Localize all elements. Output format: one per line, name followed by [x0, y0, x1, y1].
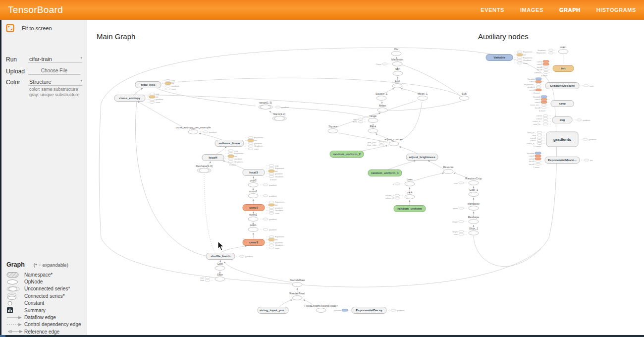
graph-edge [134, 88, 143, 95]
graph-node-cross_entropy_per_example[interactable]: cross_entropy_per_examplegradient [176, 126, 217, 134]
svg-text:save: save [171, 88, 176, 90]
graph-node-random_uniform[interactable]: random_uniform [394, 206, 426, 212]
nav-histograms[interactable]: HISTOGRAMS [596, 7, 636, 13]
graph-node-variable[interactable]: VariableExponent...initExponent...Gradie… [486, 51, 534, 64]
fit-to-screen-button[interactable]: Fit to screen [6, 24, 52, 32]
graph-node-rank[interactable]: Rank [368, 125, 378, 133]
graph-node-main-op[interactable]: mainGradient...Exponent... [537, 46, 568, 54]
graph-node-cast_1[interactable]: Cast_1 [469, 188, 479, 196]
graph-edge [161, 78, 460, 96]
svg-text:conv2: conv2 [531, 139, 537, 142]
graph-node-less[interactable]: Lessy [393, 178, 415, 186]
graph-node-conv2[interactable]: conv2Exponent...initgradientGradient...s… [243, 201, 286, 214]
graph-node-cross_entropy[interactable]: cross_entropyavginitgradientsave [114, 93, 163, 104]
graph-node-square[interactable]: Square [328, 125, 338, 133]
svg-text:save: save [275, 247, 280, 249]
svg-text:gradient: gradient [156, 98, 163, 101]
choose-file-button[interactable]: Choose File [28, 67, 80, 75]
svg-text:limit: limit [200, 279, 204, 281]
graph-node-pool1[interactable]: pool1gradient [248, 224, 277, 231]
svg-text:delta: delta [353, 120, 358, 123]
svg-text:total_lo...: total_lo... [534, 123, 542, 125]
graph-node-maximum[interactable]: MaximumConst [376, 58, 404, 66]
nav-events[interactable]: EVENTS [481, 7, 504, 13]
graph-node-sqrt[interactable]: Sqrt [393, 67, 403, 75]
svg-text:gradient: gradient [254, 142, 262, 145]
graph-node-exponentialmovin[interactable]: ExponentialMovin...Variableconv1conv2loc… [527, 152, 593, 168]
graph-node-sub[interactable]: Sub [459, 92, 469, 100]
legend-item-reference-edge: Reference edge [6, 328, 85, 335]
svg-text:gradient: gradient [245, 255, 253, 258]
run-value: cifar-train [29, 56, 52, 62]
nav-images[interactable]: IMAGES [520, 7, 543, 13]
graph-node-shuffle_batch[interactable]: shuffle_batchgradient [206, 253, 253, 260]
graph-node-div[interactable]: Div [391, 48, 401, 56]
svg-text:save: save [523, 62, 528, 64]
svg-text:Exponent...: Exponent... [254, 136, 265, 139]
svg-text:local3: local3 [537, 66, 543, 68]
graph-node-conv1[interactable]: conv1Exponent...initgradientGradient...s… [243, 235, 286, 249]
graph-node-save[interactable]: saveVariableconv1conv2cross_en...local33… [530, 96, 574, 112]
graph-node-readerread[interactable]: ReaderRead [289, 292, 305, 300]
graph-node-gradientdescent[interactable]: GradientDescentVariableconv1Exponent...g… [524, 78, 594, 94]
chevron-down-icon: ▾ [80, 79, 82, 83]
color-select[interactable]: Structure ▾ [28, 78, 82, 86]
graph-node-transpose[interactable]: transposeperm [453, 202, 480, 210]
graph-node-local3[interactable]: local3avgExponent...initgradientGradient… [243, 165, 286, 181]
svg-text:cross_en...: cross_en... [530, 104, 540, 106]
graph-node-mean[interactable]: Mean [377, 104, 387, 112]
svg-text:Reshape: Reshape [468, 216, 479, 219]
graph-node-avg[interactable]: avgconv1conv2cross_e...total_lo...gradie… [533, 114, 590, 125]
graph-node-gradients[interactable]: gradientstotal_lo...avgconv1conv2cross_e… [527, 131, 596, 148]
graph-node-reverse[interactable]: Reverse [443, 166, 454, 173]
graph-node-fixedlengthrecordreader[interactable]: FixedLengthRecordReader [304, 304, 337, 312]
graph-node-random_uniform_2[interactable]: random_uniform_2 [330, 151, 364, 158]
graph-node-local4[interactable]: local4avgExponent...initgradientGradient… [202, 150, 245, 166]
graph-edge [474, 236, 541, 267]
graph-node-random_uniform_1[interactable]: random_uniform_1 [368, 170, 402, 176]
graph-node-adjust_brightness[interactable]: adjust_brightness [406, 154, 438, 161]
svg-text:pool2: pool2 [250, 179, 257, 182]
graph-node-exponentialdecay[interactable]: ExponentialDecayVariablegradient [334, 307, 405, 314]
graph-node-adjust_contrast[interactable]: adjust_contrastmin_valu...max_valu... [367, 138, 403, 146]
svg-text:ReaderRead: ReaderRead [289, 292, 305, 295]
graph-node-cast[interactable]: Cast [215, 262, 225, 270]
svg-text:Rank[1-2]: Rank[1-2] [273, 112, 286, 115]
graph-node-slice_1[interactable]: Slice_1beginsize [452, 227, 479, 235]
graph-node-reshape-1-3[interactable]: Reshape[1-3] [196, 165, 213, 172]
legend-item-control-edge: Control dependency edge [6, 321, 85, 328]
graph-node-string_input[interactable]: string_input_pro... [258, 307, 288, 314]
graph-node-range-1-3[interactable]: range[1-3]gradient [259, 101, 289, 109]
legend-item-opnode: OpNode [6, 278, 85, 285]
run-select[interactable]: cifar-train ▾ [28, 56, 82, 63]
graph-node-mean_1[interactable]: Mean_1 [418, 92, 428, 100]
graph-node-norm2[interactable]: norm2gradient [248, 190, 277, 198]
svg-text:Exponent...: Exponent... [523, 56, 534, 59]
graph-node-norm1[interactable]: norm1gradient [248, 213, 277, 221]
graph-edge [402, 65, 461, 96]
svg-text:start: start [200, 277, 205, 279]
svg-text:gradient: gradient [269, 218, 277, 221]
graph-node-softmax_linear[interactable]: softmax_linearExponent...initgradientGra… [215, 136, 265, 150]
svg-text:conv2: conv2 [529, 158, 535, 160]
graph-node-init[interactable]: initconv1conv2local3local4softma...3 mor… [535, 60, 574, 77]
svg-text:Exponent...: Exponent... [524, 83, 535, 86]
graph-node-range[interactable]: rangestartdelta [353, 114, 378, 123]
graph-node-randomcrop[interactable]: RandomCropsize [454, 177, 482, 185]
graph-node-pack[interactable]: packvalues_1values_2 [385, 191, 415, 199]
constant-icon [6, 301, 24, 306]
svg-text:start: start [353, 118, 358, 120]
graph-node-add[interactable]: Add [392, 80, 402, 88]
nav-graph[interactable]: GRAPH [559, 7, 581, 13]
svg-text:init: init [523, 54, 526, 56]
graph-node-square_1[interactable]: Square_1 [376, 92, 387, 100]
svg-text:Gradient...: Gradient... [275, 209, 285, 212]
graph-edge [157, 88, 256, 106]
svg-text:adjust_contrast: adjust_contrast [384, 138, 403, 141]
svg-text:string_input_pro...: string_input_pro... [260, 308, 287, 312]
graph-node-rank-1-2[interactable]: Rank[1-2] [272, 112, 286, 120]
svg-text:3 more: 3 more [534, 92, 540, 94]
svg-text:Add: Add [395, 80, 400, 83]
svg-text:pack: pack [407, 191, 413, 194]
graph-node-reshape[interactable]: Reshapeshape [452, 216, 479, 224]
